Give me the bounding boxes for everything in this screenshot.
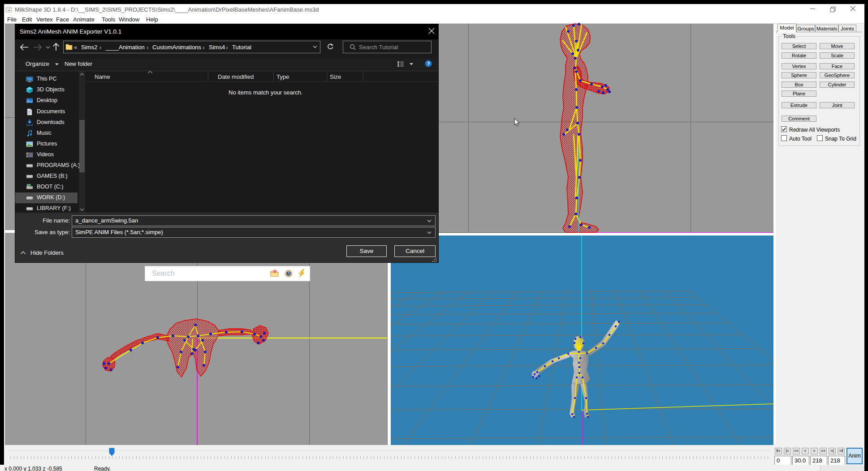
svg-text:?: ? <box>427 61 430 66</box>
